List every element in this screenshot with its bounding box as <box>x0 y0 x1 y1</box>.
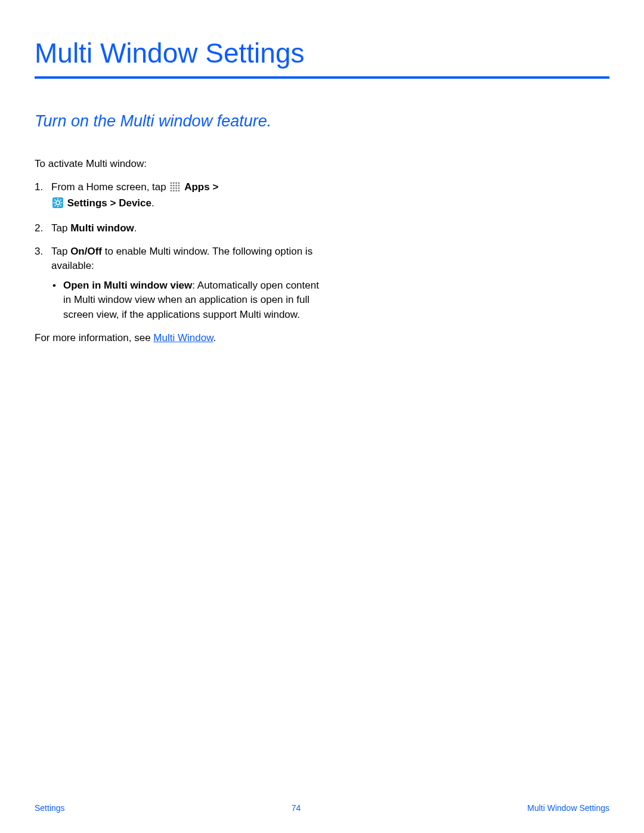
settings-gear-icon <box>52 197 63 213</box>
step-2: Tap Multi window. <box>35 221 321 236</box>
svg-point-1 <box>173 182 175 184</box>
step-2-prefix: Tap <box>51 222 70 234</box>
svg-point-14 <box>176 190 178 191</box>
bullet-open-in-multi: Open in Multi window view: Automatically… <box>51 278 321 323</box>
svg-point-13 <box>173 190 175 191</box>
svg-point-9 <box>173 187 175 189</box>
step-1-settings: Settings > Device <box>67 197 151 209</box>
svg-point-0 <box>171 182 172 184</box>
page-title: Multi Window Settings <box>35 37 609 69</box>
apps-grid-icon <box>170 182 180 197</box>
step-2-period: . <box>134 222 137 234</box>
step-3: Tap On/Off to enable Multi window. The f… <box>35 244 321 323</box>
svg-point-11 <box>178 187 180 189</box>
svg-point-15 <box>178 190 180 191</box>
step-3-bold: On/Off <box>70 246 102 257</box>
svg-point-4 <box>171 185 172 187</box>
body-content: To activate Multi window: From a Home sc… <box>35 157 321 345</box>
page-footer: Settings 74 Multi Window Settings <box>35 803 609 813</box>
intro-text: To activate Multi window: <box>35 157 321 172</box>
footer-page-number: 74 <box>292 803 301 813</box>
svg-point-6 <box>176 185 178 187</box>
step-3-bullets: Open in Multi window view: Automatically… <box>51 278 321 323</box>
svg-point-3 <box>178 182 180 184</box>
page-subtitle: Turn on the Multi window feature. <box>35 112 609 131</box>
svg-point-10 <box>176 187 178 189</box>
more-info-period: . <box>213 332 216 343</box>
step-1-period: . <box>151 197 154 209</box>
svg-point-12 <box>171 190 172 191</box>
more-info-prefix: For more information, see <box>35 332 153 343</box>
footer-right: Multi Window Settings <box>527 803 609 813</box>
svg-point-5 <box>173 185 175 187</box>
svg-point-2 <box>176 182 178 184</box>
more-info: For more information, see Multi Window. <box>35 331 321 346</box>
multi-window-link[interactable]: Multi Window <box>153 332 213 343</box>
title-rule <box>35 76 609 79</box>
step-1: From a Home screen, tap Apps > <box>35 180 321 213</box>
bullet-bold: Open in Multi window view <box>63 280 192 291</box>
step-1-apps: Apps > <box>184 181 218 193</box>
step-3-prefix: Tap <box>51 246 70 257</box>
steps-list: From a Home screen, tap Apps > <box>35 180 321 323</box>
svg-point-7 <box>178 185 180 187</box>
svg-point-8 <box>171 187 172 189</box>
footer-left: Settings <box>35 803 65 813</box>
step-1-prefix: From a Home screen, tap <box>51 181 169 193</box>
step-2-bold: Multi window <box>70 222 134 234</box>
